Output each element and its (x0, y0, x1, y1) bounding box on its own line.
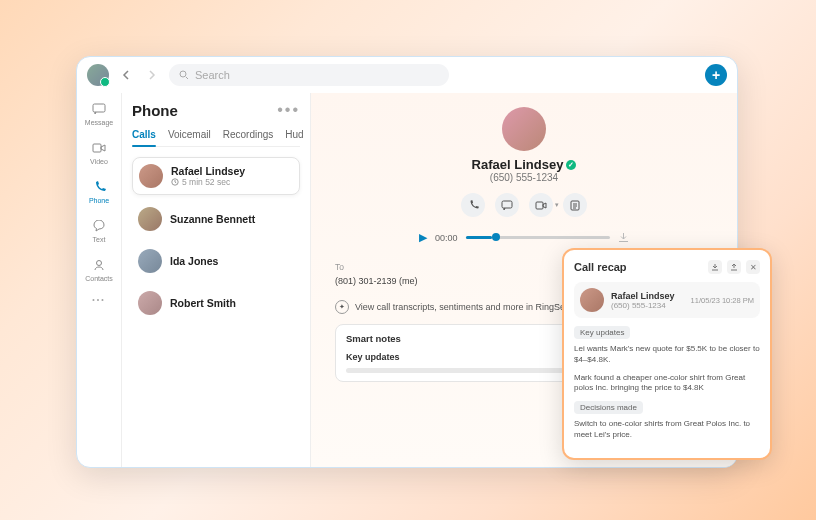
rail-phone[interactable]: Phone (89, 179, 109, 204)
recap-close-button[interactable]: ✕ (746, 260, 760, 274)
nav-forward-button[interactable] (143, 66, 161, 84)
recap-download-button[interactable] (708, 260, 722, 274)
call-list-panel: Phone ••• Calls Voicemail Recordings Hud… (122, 93, 311, 467)
contact-name: Rafael Lindsey ✓ (472, 157, 577, 172)
svg-rect-2 (93, 144, 101, 152)
add-button[interactable]: + (705, 64, 727, 86)
video-button[interactable]: ▾ (529, 193, 553, 217)
contact-number: (650) 555-1234 (490, 172, 558, 183)
svg-point-0 (180, 71, 186, 77)
contacts-icon (91, 257, 107, 273)
call-row[interactable]: Robert Smith (132, 285, 300, 321)
audio-player: ▶ 00:00 (419, 231, 629, 244)
recap-contact-card[interactable]: Rafael Lindsey (650) 555-1234 11/05/23 1… (574, 282, 760, 318)
ringsense-icon: ✦ (335, 300, 349, 314)
decisions-chip: Decisions made (574, 401, 643, 414)
message-button[interactable] (495, 193, 519, 217)
avatar (139, 164, 163, 188)
call-row[interactable]: Ida Jones (132, 243, 300, 279)
phone-icon (91, 179, 107, 195)
key-updates-chip: Key updates (574, 326, 630, 339)
play-button[interactable]: ▶ (419, 231, 427, 244)
tab-hud[interactable]: Hud (285, 129, 303, 140)
list-more-button[interactable]: ••• (277, 101, 300, 119)
verified-icon: ✓ (566, 160, 576, 170)
chevron-down-icon: ▾ (555, 201, 559, 209)
recap-key-update-2: Mark found a cheaper one-color shirt fro… (574, 373, 760, 395)
svg-point-3 (97, 261, 102, 266)
contact-actions: ▾ (461, 193, 587, 217)
seek-slider[interactable] (466, 236, 610, 239)
rail-video[interactable]: Video (90, 140, 108, 165)
call-recap-popover: Call recap ✕ Rafael Lindsey (650) 555-12… (562, 248, 772, 460)
search-input[interactable]: Search (169, 64, 449, 86)
page-title: Phone (132, 102, 178, 119)
tab-voicemail[interactable]: Voicemail (168, 129, 211, 140)
nav-back-button[interactable] (117, 66, 135, 84)
player-time: 00:00 (435, 233, 458, 243)
recap-share-button[interactable] (727, 260, 741, 274)
search-placeholder: Search (195, 69, 230, 81)
avatar (138, 291, 162, 315)
clock-icon (171, 178, 179, 186)
more-icon: ••• (92, 296, 105, 303)
message-icon (91, 101, 107, 117)
call-row[interactable]: Suzanne Bennett (132, 201, 300, 237)
call-tabs: Calls Voicemail Recordings Hud (132, 129, 300, 147)
call-row-selected[interactable]: Rafael Lindsey 5 min 52 sec (132, 157, 300, 195)
avatar (580, 288, 604, 312)
tab-calls[interactable]: Calls (132, 129, 156, 140)
tab-recordings[interactable]: Recordings (223, 129, 274, 140)
svg-rect-6 (536, 202, 543, 209)
svg-rect-1 (93, 104, 105, 112)
avatar (138, 207, 162, 231)
rail-more[interactable]: ••• (92, 296, 105, 303)
call-button[interactable] (461, 193, 485, 217)
sidebar-rail: Message Video Phone Text Contacts ••• (77, 93, 122, 467)
text-icon (91, 218, 107, 234)
video-icon (91, 140, 107, 156)
avatar (138, 249, 162, 273)
rail-message[interactable]: Message (85, 101, 113, 126)
rail-contacts[interactable]: Contacts (85, 257, 113, 282)
notes-button[interactable] (563, 193, 587, 217)
download-button[interactable] (618, 232, 629, 243)
current-user-avatar[interactable] (87, 64, 109, 86)
svg-rect-5 (502, 201, 512, 208)
rail-text[interactable]: Text (91, 218, 107, 243)
recap-timestamp: 11/05/23 10:28 PM (691, 296, 754, 305)
search-icon (179, 70, 189, 80)
recap-decision-1: Switch to one-color shirts from Great Po… (574, 419, 760, 441)
contact-avatar[interactable] (502, 107, 546, 151)
recap-key-update-1: Lei wants Mark's new quote for $5.5K to … (574, 344, 760, 366)
topbar: Search + (77, 57, 737, 93)
recap-title: Call recap (574, 261, 627, 273)
